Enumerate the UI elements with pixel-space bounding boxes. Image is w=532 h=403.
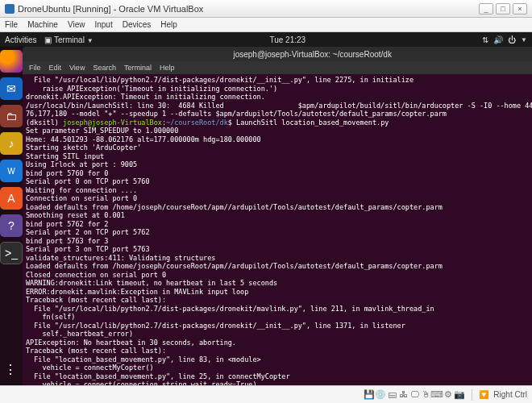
activities-button[interactable]: Activities [5, 35, 36, 44]
menu-file[interactable]: File [5, 20, 18, 29]
menu-machine[interactable]: Machine [27, 20, 58, 29]
terminal-output[interactable]: File "/usr/local/lib/python2.7/dist-pack… [23, 74, 532, 385]
arrow-down-icon: 🔽 [479, 390, 488, 399]
terminal-line: Smoothing reset at 0.001 [26, 211, 532, 220]
term-menu-terminal[interactable]: Terminal [124, 64, 152, 72]
terminal-line: Serial port 0 on TCP port 5760 [26, 177, 532, 186]
terminal-line: Serial port 2 on TCP port 5762 [26, 228, 532, 237]
terminal-line: APIException: No heartbeat in 30 seconds… [26, 339, 532, 347]
terminal-line: Starting sketch 'ArduCopter' [26, 143, 532, 152]
term-menu-help[interactable]: Help [160, 64, 175, 72]
minimize-button[interactable]: _ [479, 3, 493, 15]
terminal-line: Starting SITL input [26, 152, 532, 161]
terminal-line: File "/usr/local/lib/python2.7/dist-pack… [26, 305, 532, 314]
term-menu-search[interactable]: Search [93, 64, 116, 72]
terminal-prompt-line: (dksitl) joseph@joseph-VirtualBox:~/cour… [26, 118, 532, 127]
launcher-terminal-icon[interactable]: >_ [0, 242, 23, 264]
maximize-button[interactable]: □ [496, 3, 510, 15]
menu-view[interactable]: View [68, 20, 85, 29]
separator [472, 389, 472, 401]
terminal-line: Traceback (most recent call last): [26, 347, 532, 355]
launcher-show-apps-icon[interactable]: ⋮⋮⋮ [0, 358, 23, 380]
status-icon[interactable]: 💿 [375, 389, 386, 401]
status-icon[interactable]: 🖱 [420, 388, 431, 400]
launcher-dock: ✉🗀♪WA?>_⋮⋮⋮ [0, 47, 23, 385]
menu-help[interactable]: Help [160, 20, 177, 29]
terminal-line: 76,177,180 --model "+" --speedup 1 --def… [26, 110, 532, 118]
desktop: ✉🗀♪WA?>_⋮⋮⋮ joseph@joseph-VirtualBox: ~/… [0, 47, 532, 385]
terminal-line: File "location_based_movement.py", line … [26, 355, 532, 364]
terminal-line: validate_structures:411: Validating stru… [26, 254, 532, 263]
launcher-files-icon[interactable]: 🗀 [0, 105, 23, 127]
chevron-down-icon[interactable]: ▼ [521, 36, 527, 44]
launcher-thunderbird-icon[interactable]: ✉ [0, 77, 23, 100]
terminal-line: File "/usr/local/lib/python2.7/dist-pack… [26, 322, 532, 330]
terminal-line: vehicle = connect(connection_string,wait… [26, 380, 532, 385]
virtualbox-titlebar: DroneUbuntu [Running] - Oracle VM Virtua… [0, 0, 532, 18]
status-icon[interactable]: 📷 [454, 389, 465, 401]
terminal-line: dronekit.APIException: Timeout in initia… [26, 93, 532, 102]
status-icon[interactable]: 🖧 [397, 388, 409, 400]
gnome-top-panel: Activities ▣ Terminal ▼ Tue 21:23 ⇅ 🔊 ⏻ … [0, 32, 532, 47]
terminal-title: joseph@joseph-VirtualBox: ~/courseRoot/d… [233, 50, 391, 59]
terminal-line: vehicle = connectMyCopter() [26, 364, 532, 372]
terminal-menubar: File Edit View Search Terminal Help [23, 61, 532, 74]
terminal-line: bind port 5762 for 2 [26, 220, 532, 229]
terminal-line: Closed connection on serial port 0 [26, 271, 532, 280]
terminal-line: File "/usr/local/lib/python2.7/dist-pack… [26, 76, 532, 85]
terminal-line: /usr/local/bin/LaunchSitl: line 30: 4684… [26, 102, 532, 110]
terminal-line: fn(self) [26, 313, 532, 322]
terminal-icon: ▣ [44, 35, 52, 44]
power-icon[interactable]: ⏻ [508, 35, 516, 44]
virtualbox-statusbar: 💾💿🖴🖧🖵🖱⌨⚙📷 🔽 Right Ctrl [0, 385, 532, 403]
terminal-line: File "location_based_movement.py", line … [26, 372, 532, 381]
terminal-line: bind port 5763 for 3 [26, 237, 532, 246]
network-icon[interactable]: ⇅ [482, 35, 488, 44]
status-icon[interactable]: 🖵 [409, 388, 420, 400]
menu-devices[interactable]: Devices [123, 20, 152, 29]
volume-icon[interactable]: 🔊 [493, 35, 503, 44]
menu-input[interactable]: Input [94, 20, 112, 29]
launcher-writer-icon[interactable]: W [0, 160, 23, 182]
status-icon[interactable]: 💾 [364, 389, 375, 401]
launcher-rhythmbox-icon[interactable]: ♪ [0, 132, 23, 155]
launcher-firefox-icon[interactable] [0, 50, 23, 73]
chevron-down-icon: ▼ [87, 37, 94, 44]
terminal-line: Loaded defaults from /home/joseph/course… [26, 262, 532, 271]
terminal-line: self._heartbeat_error) [26, 330, 532, 339]
launcher-help-icon[interactable]: ? [0, 214, 23, 237]
virtualbox-menubar: File Machine View Input Devices Help [0, 18, 532, 32]
terminal-line: ERROR:dronekit.mavlink:Exception in MAVL… [26, 288, 532, 297]
terminal-line: Set parameter SIM_SPEEDUP to 1.000000 [26, 127, 532, 135]
terminal-line: Loaded defaults from /home/joseph/course… [26, 203, 532, 212]
term-menu-file[interactable]: File [29, 64, 41, 72]
status-icon[interactable]: 🖴 [386, 388, 397, 400]
appmenu-terminal[interactable]: ▣ Terminal ▼ [44, 35, 93, 44]
clock[interactable]: Tue 21:23 [94, 35, 483, 44]
launcher-software-icon[interactable]: A [0, 187, 23, 210]
window-title: DroneUbuntu [Running] - Oracle VM Virtua… [18, 4, 203, 14]
terminal-window: joseph@joseph-VirtualBox: ~/courseRoot/d… [23, 47, 532, 385]
terminal-line: Using Irlock at port : 9005 [26, 160, 532, 169]
status-icon[interactable]: ⌨ [431, 389, 443, 401]
terminal-line: bind port 5760 for 0 [26, 169, 532, 178]
terminal-line: Connection on serial port 0 [26, 194, 532, 203]
term-menu-edit[interactable]: Edit [49, 64, 62, 72]
virtualbox-icon [5, 4, 15, 14]
close-button[interactable]: × [513, 3, 527, 15]
terminal-line: Home: 44.501293 -88.062176 alt=177.00000… [26, 135, 532, 144]
term-menu-view[interactable]: View [69, 64, 85, 72]
status-icon[interactable]: ⚙ [443, 389, 454, 401]
terminal-line: WARNING:dronekit:Link timeout, no heartb… [26, 279, 532, 288]
host-key-label: Right Ctrl [493, 390, 527, 399]
terminal-titlebar[interactable]: joseph@joseph-VirtualBox: ~/courseRoot/d… [23, 47, 532, 61]
terminal-line: raise APIException('Timeout in initializ… [26, 85, 532, 93]
terminal-line: Waiting for connection .... [26, 186, 532, 195]
terminal-line: Serial port 3 on TCP port 5763 [26, 245, 532, 254]
terminal-line: Traceback (most recent call last): [26, 296, 532, 305]
